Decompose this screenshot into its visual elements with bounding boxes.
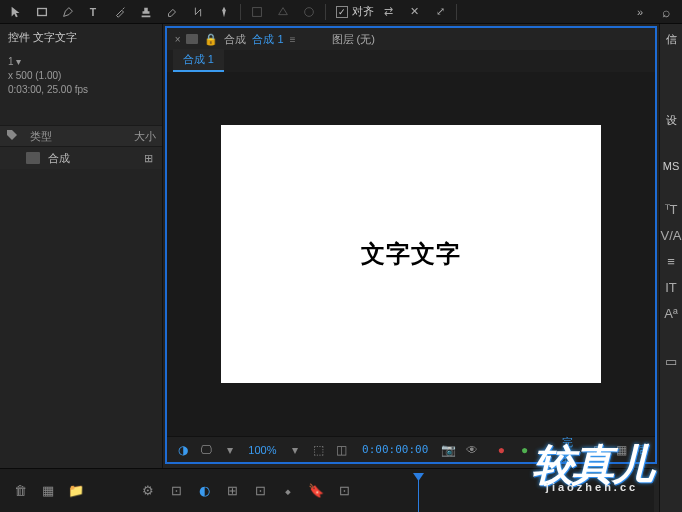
monitor-icon[interactable]: 🖵: [198, 443, 215, 457]
brush-tool-icon[interactable]: [108, 2, 132, 22]
stamp-tool-icon[interactable]: [134, 2, 158, 22]
shy-icon[interactable]: ⚙: [138, 483, 158, 498]
canvas: 文字文字: [221, 125, 601, 383]
active-camera-label[interactable]: 活: [636, 442, 647, 457]
snap-toggle[interactable]: ✓ 对齐: [336, 4, 374, 19]
roto-tool-icon[interactable]: [186, 2, 210, 22]
column-size[interactable]: 大小: [120, 129, 156, 144]
world-axis-icon[interactable]: [271, 2, 295, 22]
snap-collapse-icon[interactable]: ⤢: [428, 2, 452, 22]
timecode[interactable]: 0:00:00:00: [362, 443, 428, 456]
sub-tabs: 合成 1: [167, 50, 655, 72]
motion-blur-icon[interactable]: ◐: [194, 483, 214, 498]
project-duration: 0:03:00, 25.00 fps: [8, 83, 154, 97]
list-item[interactable]: 合成 ⊞: [0, 147, 162, 169]
composition-icon: [26, 152, 40, 164]
justify-icon[interactable]: ≡: [660, 250, 682, 272]
project-title: 控件 文字文字: [8, 31, 77, 43]
flowchart-icon[interactable]: ⊞: [142, 152, 156, 165]
pin-tool-icon[interactable]: [212, 2, 236, 22]
selection-tool-icon[interactable]: [4, 2, 28, 22]
viewer-footer: ◑ 🖵 ▾ 100% ▾ ⬚ ◫ 0:00:00:00 📷 👁 ● ● ● 完整…: [167, 436, 655, 462]
camera-view-icon[interactable]: ▦: [613, 443, 630, 457]
viewer-tabs: × 🔒 合成 合成 1 ≡ 图层 (无): [167, 28, 655, 50]
bin-icon[interactable]: 🗑: [10, 483, 30, 498]
layer-label[interactable]: 图层 (无): [332, 32, 375, 47]
time-nav-icon[interactable]: ⊡: [334, 483, 354, 498]
vertical-text-icon[interactable]: IT: [660, 276, 682, 298]
kerning-icon[interactable]: V/A: [660, 224, 682, 246]
empty-box-icon[interactable]: ▭: [660, 350, 682, 372]
viewer-tab-prefix: 合成: [224, 32, 246, 47]
settings-panel-tab[interactable]: 设: [660, 109, 682, 132]
viewer-tab-active[interactable]: 合成 1: [252, 32, 283, 47]
lock-icon[interactable]: 🔒: [204, 33, 218, 46]
svg-text:T: T: [90, 5, 97, 17]
toolbar-separator: [456, 4, 457, 20]
resolution-label[interactable]: 完整: [562, 435, 583, 465]
channel-r-icon[interactable]: ●: [493, 443, 510, 457]
snap-checkbox[interactable]: ✓: [336, 6, 348, 18]
text-tool-icon[interactable]: T: [82, 2, 106, 22]
close-icon[interactable]: ×: [175, 34, 181, 45]
composition-panel: × 🔒 合成 合成 1 ≡ 图层 (无) 合成 1 文字文字 ◑ 🖵 ▾ 10: [162, 24, 659, 512]
roi-icon[interactable]: ⬚: [310, 443, 327, 457]
svg-point-3: [305, 7, 314, 16]
local-axis-icon[interactable]: [245, 2, 269, 22]
snapshot-icon[interactable]: 📷: [440, 443, 457, 457]
zoom-level[interactable]: 100%: [248, 444, 276, 456]
project-header: 控件 文字文字: [0, 24, 162, 51]
viewer-wrap: × 🔒 合成 合成 1 ≡ 图层 (无) 合成 1 文字文字 ◑ 🖵 ▾ 10: [165, 26, 657, 464]
timeline-track[interactable]: ⬥ 🔖 ⊡: [278, 483, 644, 498]
search-icon[interactable]: ⌕: [654, 2, 678, 22]
toolbar-separator: [325, 4, 326, 20]
bits-icon[interactable]: ▦: [38, 483, 58, 498]
project-info: 1 ▾ x 500 (1.00) 0:03:00, 25.00 fps: [0, 51, 162, 101]
top-toolbar: T ✓ 对齐 ⇄ ✕ ⤢ » ⌕: [0, 0, 682, 24]
sub-tab-comp[interactable]: 合成 1: [173, 49, 224, 72]
crop-icon[interactable]: ◫: [333, 443, 350, 457]
render-icon[interactable]: ⊡: [166, 483, 186, 498]
project-use-count: 1 ▾: [8, 55, 154, 69]
project-list: 类型 大小 合成 ⊞: [0, 125, 162, 512]
column-type[interactable]: 类型: [30, 129, 112, 144]
ms-panel-tab[interactable]: MS: [660, 156, 682, 176]
playhead[interactable]: [418, 477, 419, 512]
project-dimensions: x 500 (1.00): [8, 69, 154, 83]
chevron-down-icon[interactable]: ▾: [221, 443, 238, 457]
pen-tool-icon[interactable]: [56, 2, 80, 22]
eye-icon[interactable]: 👁: [464, 443, 481, 457]
column-label-icon[interactable]: [6, 129, 22, 143]
baseline-icon[interactable]: Aª: [660, 302, 682, 324]
chevron-down-icon[interactable]: ▾: [286, 443, 303, 457]
list-item-label: 合成: [48, 151, 134, 166]
svg-rect-0: [38, 8, 47, 15]
markers-icon[interactable]: 🔖: [306, 483, 326, 498]
right-panels: 信 设 MS ᵀT V/A ≡ IT Aª ▭: [659, 24, 682, 512]
composition-icon: [186, 34, 198, 44]
grid-icon[interactable]: ⊞: [589, 443, 606, 457]
canvas-area[interactable]: 文字文字: [167, 72, 655, 436]
menu-icon[interactable]: ≡: [290, 34, 296, 45]
layer-switches-icon[interactable]: ⊡: [250, 483, 270, 498]
view-axis-icon[interactable]: [297, 2, 321, 22]
eraser-tool-icon[interactable]: [160, 2, 184, 22]
rectangle-tool-icon[interactable]: [30, 2, 54, 22]
snap-label: 对齐: [352, 4, 374, 19]
keyframe-icon[interactable]: ⬥: [278, 483, 298, 498]
channel-b-icon[interactable]: ●: [539, 443, 556, 457]
toolbar-overflow-icon[interactable]: »: [628, 2, 652, 22]
svg-rect-2: [253, 7, 262, 16]
snap-edge-icon[interactable]: ✕: [402, 2, 426, 22]
magnification-icon[interactable]: ◑: [175, 443, 192, 457]
info-panel-tab[interactable]: 信: [660, 28, 682, 51]
character-t-icon[interactable]: ᵀT: [660, 198, 682, 220]
timeline-panel: 🗑 ▦ 📁 ⚙ ⊡ ◐ ⊞ ⊡ ⬥ 🔖 ⊡: [0, 468, 654, 512]
folder-icon[interactable]: 📁: [66, 483, 86, 498]
list-header: 类型 大小: [0, 125, 162, 147]
snap-behavior-icon[interactable]: ⇄: [376, 2, 400, 22]
channel-g-icon[interactable]: ●: [516, 443, 533, 457]
canvas-text: 文字文字: [361, 238, 461, 270]
graph-icon[interactable]: ⊞: [222, 483, 242, 498]
project-panel: 控件 文字文字 1 ▾ x 500 (1.00) 0:03:00, 25.00 …: [0, 24, 162, 512]
